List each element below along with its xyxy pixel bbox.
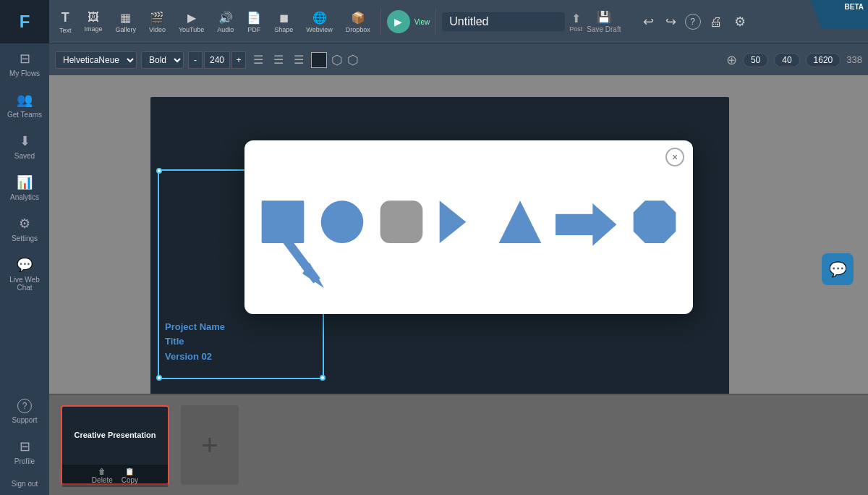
slide-thumbnail-1[interactable]: Creative Presentation 🗑 Delete 📋 Copy (61, 405, 169, 485)
octagon-shape[interactable] (631, 187, 678, 267)
shape-picker-modal: × (244, 140, 693, 314)
tool-label: Video (149, 26, 166, 33)
sidebar-item-live-web-chat[interactable]: 💬 Live Web Chat (0, 250, 49, 299)
separator2 (435, 9, 436, 35)
youtube-icon: ▶ (187, 11, 196, 25)
svg-rect-2 (380, 200, 423, 243)
tool-label: Gallery (116, 26, 137, 33)
text-icon: T (61, 10, 69, 25)
upload-icon: ⬆ (571, 12, 581, 25)
svg-marker-5 (556, 203, 616, 246)
sidebar-item-settings[interactable]: ⚙ Settings (0, 208, 49, 250)
align-center-button[interactable]: ☰ (271, 51, 286, 68)
chat-icon: 💬 (829, 261, 847, 278)
canvas-area[interactable]: C F Project Name Title Version 02 © Comp… (49, 75, 868, 394)
project-name: Project Name (165, 320, 225, 335)
audio-icon: 🔊 (218, 11, 233, 25)
slide-thumb-preview: Creative Presentation (62, 407, 168, 465)
analytics-icon: 📊 (17, 174, 33, 190)
gallery-icon: ▦ (120, 11, 131, 25)
slide-letter-c: C (165, 184, 233, 278)
title-input[interactable] (442, 12, 565, 31)
sidebar-item-label: Live Web Chat (3, 276, 46, 292)
modal-close-button[interactable]: × (665, 148, 684, 166)
sidebar-item-support[interactable]: ? Support (0, 392, 49, 431)
handle-br[interactable] (320, 375, 326, 381)
view-button[interactable]: ▶ (387, 10, 410, 33)
pdf-tool[interactable]: 📄 PDF (242, 8, 265, 36)
delete-slide-button[interactable]: 🗑 Delete (92, 468, 113, 484)
font-family-select[interactable]: HelveticaNeue (55, 51, 137, 69)
font-size-input[interactable] (204, 51, 230, 69)
view-label: View (414, 18, 430, 26)
app-settings-button[interactable]: ⚙ (731, 11, 749, 33)
audio-tool[interactable]: 🔊 Audio (213, 8, 238, 36)
sidebar-item-label: Get Teams (7, 111, 42, 119)
save-draft-button[interactable]: 💾 Save Draft (587, 10, 621, 33)
font-size-increase[interactable]: + (231, 51, 246, 69)
align-left-button[interactable]: ☰ (250, 51, 266, 68)
tool-label: Dropbox (346, 26, 370, 33)
undo-button[interactable]: ↩ (640, 11, 657, 33)
coord-x: 50 (743, 53, 768, 67)
sidebar-item-get-teams[interactable]: 👥 Get Teams (0, 85, 49, 126)
rounded-rect-shape[interactable] (378, 187, 425, 267)
add-slide-button[interactable]: + (181, 405, 239, 485)
handle-tl[interactable] (156, 168, 162, 174)
sidebar-bottom: ? Support ⊟ Profile Sign out (0, 392, 49, 495)
text-tool[interactable]: T Text (55, 7, 76, 37)
post-button[interactable]: ⬆ Post (569, 12, 582, 33)
sidebar-item-sign-out[interactable]: Sign out (0, 473, 49, 495)
font-size-decrease[interactable]: - (188, 51, 203, 69)
copy-icon: 📋 (125, 468, 134, 475)
format-toolbar: HelveticaNeue Bold - + ☰ ☰ ☰ ⬡ ⬡ ⊕ 50 40… (49, 43, 868, 75)
coord-w: 1620 (806, 53, 841, 67)
gallery-tool[interactable]: ▦ Gallery (111, 8, 141, 36)
toolbar-right: ↩ ↪ ? 🖨 ⚙ (640, 11, 749, 33)
video-tool[interactable]: 🎬 Video (145, 8, 170, 36)
dropbox-icon: 📦 (351, 11, 365, 25)
font-weight-select[interactable]: Bold (141, 51, 184, 69)
youtube-tool[interactable]: ▶ YouTube (174, 8, 208, 36)
align-right-button[interactable]: ☰ (291, 51, 307, 68)
tool-label: YouTube (179, 26, 204, 33)
my-flows-icon: ⊟ (20, 51, 30, 67)
webview-tool[interactable]: 🌐 Webview (302, 8, 336, 36)
shape-tool[interactable]: ◼ Shape (270, 8, 297, 36)
sidebar-item-label: Sign out (12, 480, 38, 488)
sidebar-item-saved[interactable]: ⬇ Saved (0, 126, 49, 167)
image-tool[interactable]: 🖼 Image (80, 8, 107, 35)
sidebar-item-my-flows[interactable]: ⊟ My Flows (0, 43, 49, 85)
arrow-right-shape[interactable] (556, 187, 619, 267)
copy-slide-button[interactable]: 📋 Copy (122, 468, 138, 484)
sidebar: F ⊟ My Flows 👥 Get Teams ⬇ Saved 📊 Analy… (0, 0, 49, 495)
add-icon: ⊕ (726, 52, 737, 68)
coord-y: 40 (774, 53, 799, 67)
sidebar-item-profile[interactable]: ⊟ Profile (0, 431, 49, 473)
color-picker[interactable] (311, 52, 327, 68)
chat-button[interactable]: 💬 (822, 253, 854, 285)
tool-label: Text (59, 27, 72, 34)
help-button[interactable]: ? (685, 14, 701, 30)
sidebar-item-analytics[interactable]: 📊 Analytics (0, 167, 49, 208)
app-logo: F (0, 0, 49, 43)
print-button[interactable]: 🖨 (707, 12, 726, 33)
main-area: T Text 🖼 Image ▦ Gallery 🎬 Video ▶ YouTu… (49, 0, 868, 495)
webview-icon: 🌐 (312, 11, 327, 25)
triangle-shape[interactable] (496, 187, 544, 267)
layer-down-icon[interactable]: ⬡ (347, 52, 359, 68)
delete-icon: 🗑 (98, 468, 106, 475)
slides-panel: Creative Presentation 🗑 Delete 📋 Copy + (49, 394, 868, 495)
handle-bl[interactable] (156, 375, 162, 381)
layer-up-icon[interactable]: ⬡ (331, 52, 343, 68)
arrow-diagonal-shape[interactable] (266, 216, 331, 302)
image-icon: 🖼 (88, 11, 99, 24)
dropbox-tool[interactable]: 📦 Dropbox (341, 8, 375, 36)
delete-label: Delete (92, 476, 113, 484)
separator (380, 9, 381, 35)
redo-button[interactable]: ↪ (663, 11, 679, 33)
chevron-right-shape[interactable] (437, 187, 485, 267)
sidebar-item-label: Profile (14, 457, 35, 465)
tool-label: Shape (274, 26, 293, 33)
tool-label: Image (85, 25, 103, 33)
